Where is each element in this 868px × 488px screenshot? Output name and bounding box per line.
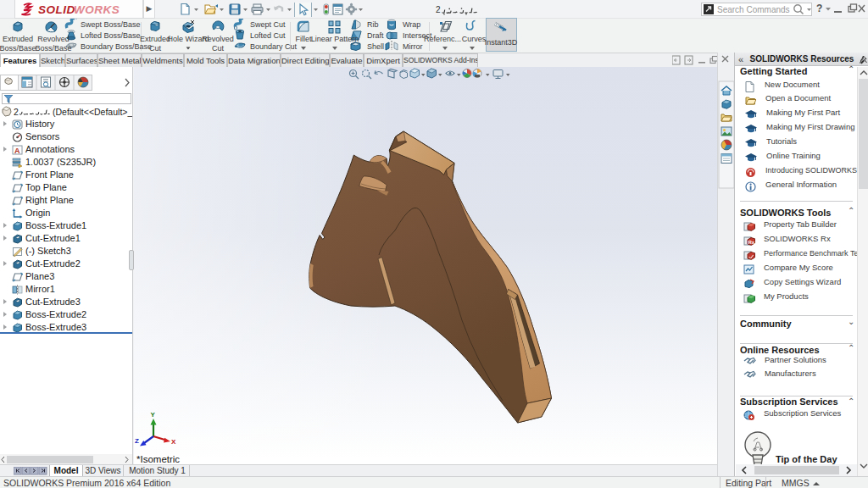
- svg-text:(Default<<Default>_D: (Default<<Default>_D: [53, 107, 132, 117]
- svg-text:2: 2: [436, 5, 441, 14]
- svg-text:Z: Z: [135, 437, 139, 445]
- svg-text:Y: Y: [151, 411, 156, 419]
- svg-text:SOLID: SOLID: [38, 3, 75, 16]
- svg-text:WORKS: WORKS: [74, 3, 120, 16]
- svg-text:A: A: [14, 147, 20, 155]
- svg-text:X: X: [171, 438, 176, 446]
- svg-text:Rx: Rx: [748, 240, 755, 245]
- svg-text:2: 2: [14, 107, 19, 117]
